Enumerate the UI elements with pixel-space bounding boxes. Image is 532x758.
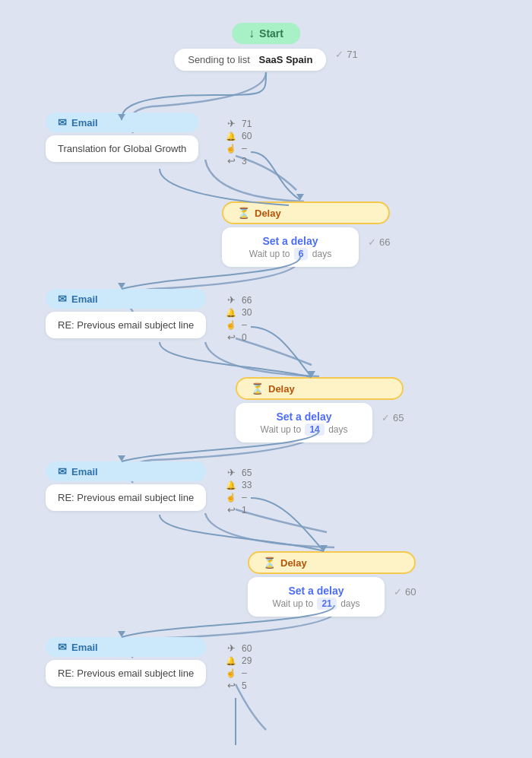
email-subject-1: Translation for Global Growth [58,143,186,154]
sending-label: Sending to list SaaS Spain [174,49,326,71]
stat-row-click-3: ☝ – [225,492,252,503]
delay-content-3[interactable]: Set a delay Wait up to 21 days [248,577,385,617]
email-content-3[interactable]: RE: Previous email subject line [46,484,206,511]
delay-check-2: ✓ 65 [382,411,404,423]
svg-marker-6 [320,545,328,551]
stat-open-4: 29 [242,655,252,666]
open-icon-3: 🔔 [225,480,237,490]
stat-click-2: – [242,319,247,330]
delay-node-1: ⏳ Delay Set a delay Wait up to 6 days ✓ … [222,201,390,267]
delay-days-3: 21 [317,598,336,610]
start-node: ↓ Start Sending to list SaaS Spain ✓ 71 [174,23,358,71]
mail-icon-1: ✉ [58,116,67,128]
stat-sent-4: 60 [242,643,252,654]
email-content-2[interactable]: RE: Previous email subject line [46,312,206,338]
stat-reply-2: 0 [242,332,247,343]
stats-3: ✈ 65 🔔 33 ☝ – ↩ 1 [225,467,252,515]
delay-desc-3: Wait up to 21 days [263,598,369,609]
sent-icon-2: ✈ [225,294,237,306]
stat-row-reply-2: ↩ 0 [225,331,252,343]
email-badge-2[interactable]: ✉ Email [46,289,206,309]
stat-open-3: 33 [242,480,252,490]
click-icon-2: ☝ [225,320,237,330]
delay-node-2: ⏳ Delay Set a delay Wait up to 14 days ✓… [236,377,404,442]
stat-open-1: 60 [242,131,252,141]
stat-row-sent-3: ✈ 65 [225,467,252,478]
svg-marker-5 [308,371,315,377]
email-node-3: ✉ Email RE: Previous email subject line [46,461,206,511]
open-icon-4: 🔔 [225,656,237,666]
checkmark-icon: ✓ [335,49,344,60]
stats-4: ✈ 60 🔔 29 ☝ – ↩ 5 [225,642,252,691]
sent-icon-4: ✈ [225,642,237,654]
stat-reply-3: 1 [242,505,247,515]
stat-row-sent-4: ✈ 60 [225,642,252,654]
stat-open-2: 30 [242,307,252,318]
email-subject-3: RE: Previous email subject line [58,492,194,503]
stat-reply-1: 3 [242,156,247,167]
hourglass-icon-3: ⏳ [263,557,276,569]
sent-icon-3: ✈ [225,467,237,478]
start-label: Start [259,27,283,40]
svg-marker-4 [296,194,304,200]
stats-1: ✈ 71 🔔 60 ☝ – ↩ 3 [225,118,252,167]
delay-label-1: Delay [255,208,281,219]
email-content-1[interactable]: Translation for Global Growth [46,135,198,162]
email-label-4: Email [71,642,98,653]
delay-badge-1[interactable]: ⏳ Delay [222,201,390,224]
stat-row-reply-3: ↩ 1 [225,504,252,515]
stat-click-4: – [242,668,247,678]
stat-row-open-4: 🔔 29 [225,655,252,666]
delay-content-2[interactable]: Set a delay Wait up to 14 days [236,403,372,442]
delay-title-2: Set a delay [251,411,357,423]
delay-badge-3[interactable]: ⏳ Delay [248,551,416,574]
email-badge-4[interactable]: ✉ Email [46,637,206,657]
stat-reply-4: 5 [242,680,247,691]
delay-check-3: ✓ 60 [394,585,416,597]
email-label-3: Email [71,466,98,477]
delay-days-2: 14 [305,423,324,436]
click-icon-4: ☝ [225,668,237,678]
click-icon-1: ☝ [225,144,237,154]
open-icon-1: 🔔 [225,132,237,141]
email-subject-4: RE: Previous email subject line [58,668,194,679]
start-count: 71 [347,49,357,60]
stat-row-open-2: 🔔 30 [225,307,252,318]
stat-click-3: – [242,492,247,503]
start-badge[interactable]: ↓ Start [232,23,300,44]
stat-row-open-1: 🔔 60 [225,131,252,141]
delay-title-1: Set a delay [237,235,344,247]
email-subject-2: RE: Previous email subject line [58,319,194,331]
delay-desc-1: Wait up to 6 days [237,249,344,259]
delay-count-1: 66 [379,236,390,247]
stat-click-1: – [242,143,247,154]
reply-icon-4: ↩ [225,680,237,691]
sending-text: Sending to list [188,54,250,65]
delay-content-1[interactable]: Set a delay Wait up to 6 days [222,227,359,267]
delay-label-2: Delay [268,383,295,395]
delay-check-1: ✓ 66 [368,236,390,247]
email-badge-1[interactable]: ✉ Email [46,113,198,132]
mail-icon-4: ✉ [58,641,67,653]
email-badge-3[interactable]: ✉ Email [46,461,206,481]
delay-node-3: ⏳ Delay Set a delay Wait up to 21 days ✓… [248,551,416,617]
stat-row-reply-1: ↩ 3 [225,155,252,167]
delay-label-3: Delay [280,557,307,569]
email-node-2: ✉ Email RE: Previous email subject line [46,289,206,338]
email-content-4[interactable]: RE: Previous email subject line [46,660,206,687]
mail-icon-2: ✉ [58,293,67,305]
sent-icon-1: ✈ [225,118,237,129]
delay-desc-2: Wait up to 14 days [251,424,357,435]
reply-icon-3: ↩ [225,504,237,515]
delay-badge-2[interactable]: ⏳ Delay [236,377,404,400]
stat-row-click-4: ☝ – [225,668,252,678]
svg-marker-1 [118,283,125,289]
stat-row-click-2: ☝ – [225,319,252,330]
stat-row-open-3: 🔔 33 [225,480,252,490]
stat-row-sent-2: ✈ 66 [225,294,252,306]
delay-title-3: Set a delay [263,585,369,597]
email-node-4: ✉ Email RE: Previous email subject line [46,637,206,687]
hourglass-icon-2: ⏳ [251,382,264,395]
reply-icon-1: ↩ [225,155,237,167]
reply-icon-2: ↩ [225,331,237,343]
